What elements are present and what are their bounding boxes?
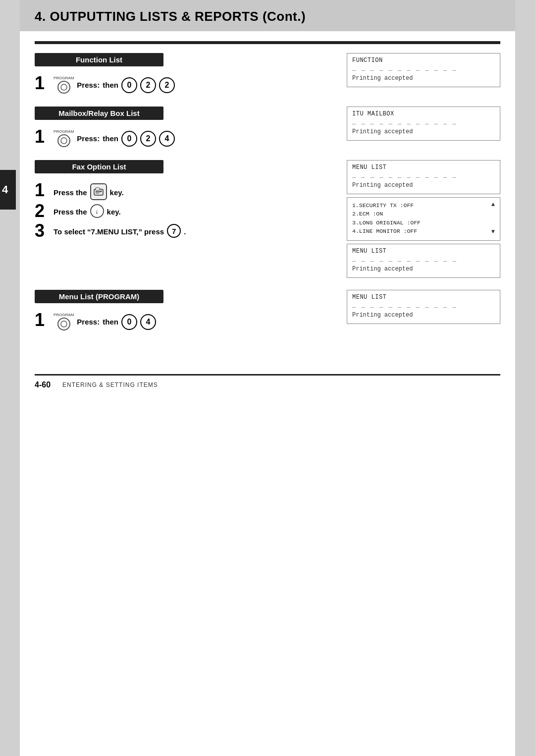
svg-rect-3 <box>96 188 100 190</box>
step-row-1-function: 1 PROGRAM Press: <box>35 76 337 94</box>
step-inline-3-fax: To select “7.MENU LIST,” press 7 . <box>54 224 337 238</box>
step-row-1-fax: 1 Press the <box>35 183 337 200</box>
program-key-mailbox[interactable] <box>57 134 70 147</box>
section-header-wrap-menu: Menu List (PROGRAM) <box>35 290 337 308</box>
screen-menu: MENU LIST _ _ _ _ _ _ _ _ _ _ _ _ Printi… <box>347 290 500 324</box>
key-0-menu[interactable]: 0 <box>121 314 137 330</box>
press-label-mailbox: Press: <box>77 134 100 143</box>
menu-list-program-header: Menu List (PROGRAM) <box>35 290 163 303</box>
footer-page-number: 4-60 <box>35 380 51 389</box>
step-row-3-fax: 3 To select “7.MENU LIST,” press 7 . <box>35 224 337 240</box>
program-label: PROGRAM <box>54 76 74 80</box>
screen-fax-1: MENU LIST _ _ _ _ _ _ _ _ _ _ _ _ Printi… <box>347 160 500 194</box>
svg-rect-4 <box>96 191 101 192</box>
step-content-1-mailbox: PROGRAM Press: then 0 2 <box>54 130 337 147</box>
screen-msg-mailbox: Printing accepted <box>352 128 495 135</box>
step-content-1-fax: Press the key. <box>54 183 337 200</box>
screen-fax-2: 1.SECURITY TX :OFF 2.ECM :ON 3.LONG ORIG… <box>347 197 500 241</box>
key-4-menu[interactable]: 4 <box>140 314 156 330</box>
down-arrow-key[interactable]: ↓ <box>90 204 104 218</box>
step-text-2-fax: Press the <box>54 208 87 216</box>
period-fax: . <box>184 227 186 236</box>
screen-dashes-fax-3: _ _ _ _ _ _ _ _ _ _ _ _ <box>352 256 495 263</box>
screen-dashes-mailbox: _ _ _ _ _ _ _ _ _ _ _ _ <box>352 118 495 125</box>
program-key-icon-menu <box>60 321 67 327</box>
section-divider <box>35 41 500 44</box>
step-number-1-function: 1 <box>35 74 54 92</box>
key-0-mailbox[interactable]: 0 <box>121 131 137 147</box>
section-mailbox: Mailbox/Relay Box List 1 PROGRAM <box>35 107 500 151</box>
footer: 4-60 ENTERING & SETTING ITEMS <box>35 374 500 394</box>
screen-msg-function: Printing accepted <box>352 75 495 82</box>
key-2-mailbox[interactable]: 2 <box>140 131 156 147</box>
step-inline-1-fax: Press the key. <box>54 183 337 200</box>
step-number-1-menu: 1 <box>35 311 54 329</box>
then-label-menu: then <box>103 318 118 326</box>
key-2b-function[interactable]: 2 <box>159 77 175 93</box>
step-number-2-fax: 2 <box>35 202 54 220</box>
step-content-1-function: PROGRAM Press: then 0 2 <box>54 76 337 94</box>
screen-title-mailbox: ITU MAILBOX <box>352 110 495 117</box>
mailbox-header: Mailbox/Relay Box List <box>35 107 163 120</box>
step-inline-menu: PROGRAM Press: then 0 4 <box>54 313 337 330</box>
footer-text: ENTERING & SETTING ITEMS <box>62 381 158 388</box>
section-right-function: FUNCTION _ _ _ _ _ _ _ _ _ _ _ _ Printin… <box>347 53 500 90</box>
section-right-fax: MENU LIST _ _ _ _ _ _ _ _ _ _ _ _ Printi… <box>347 160 500 281</box>
step-number-1-fax: 1 <box>35 181 54 199</box>
step-suffix-2-fax: key. <box>107 208 121 216</box>
step-inline-2-fax: Press the ↓ key. <box>54 204 337 218</box>
screen-fax-3: MENU LIST _ _ _ _ _ _ _ _ _ _ _ _ Printi… <box>347 244 500 278</box>
screen-function: FUNCTION _ _ _ _ _ _ _ _ _ _ _ _ Printin… <box>347 53 500 87</box>
key-2a-function[interactable]: 2 <box>140 77 156 93</box>
section-function-list: Function List 1 PROGRAM <box>35 53 500 98</box>
section-left-mailbox: Mailbox/Relay Box List 1 PROGRAM <box>35 107 337 151</box>
menu-item-4: 4.LINE MONITOR :OFF <box>352 227 421 235</box>
menu-item-2: 2.ECM :ON <box>352 210 421 218</box>
screen-title-fax-3: MENU LIST <box>352 248 495 255</box>
section-menu-list-program: Menu List (PROGRAM) 1 PROGRAM <box>35 290 500 334</box>
section-fax-option: Fax Option List 1 Press the <box>35 160 500 281</box>
key-4-mailbox[interactable]: 4 <box>159 131 175 147</box>
screen-msg-fax-1: Printing accepted <box>352 182 495 189</box>
step-number-1-mailbox: 1 <box>35 128 54 146</box>
section-right-mailbox: ITU MAILBOX _ _ _ _ _ _ _ _ _ _ _ _ Prin… <box>347 107 500 144</box>
screen-msg-menu: Printing accepted <box>352 312 495 319</box>
then-label-function: then <box>103 81 118 89</box>
step-suffix-1-fax: key. <box>110 188 124 197</box>
program-label-mailbox: PROGRAM <box>54 130 74 134</box>
screen-dashes-fax-1: _ _ _ _ _ _ _ _ _ _ _ _ <box>352 172 495 179</box>
press-label-function: Press: <box>77 81 100 89</box>
step-inline-mailbox: PROGRAM Press: then 0 2 <box>54 130 337 147</box>
program-key[interactable] <box>57 81 70 94</box>
step-content-3-fax: To select “7.MENU LIST,” press 7 . <box>54 224 337 238</box>
section-right-menu: MENU LIST _ _ _ _ _ _ _ _ _ _ _ _ Printi… <box>347 290 500 327</box>
fax-key[interactable] <box>90 183 107 200</box>
svg-point-7 <box>61 321 67 327</box>
then-label-mailbox: then <box>103 134 118 143</box>
section-left-fax: Fax Option List 1 Press the <box>35 160 337 244</box>
step-text-1-fax: Press the <box>54 188 87 197</box>
section-header-wrap-function: Function List <box>35 53 337 71</box>
svg-rect-5 <box>96 193 99 194</box>
fax-icon <box>93 186 104 197</box>
program-key-menu[interactable] <box>57 318 70 330</box>
fax-option-header: Fax Option List <box>35 160 163 173</box>
screen-fax-menu-row: 1.SECURITY TX :OFF 2.ECM :ON 3.LONG ORIG… <box>352 201 495 235</box>
section-header-wrap-mailbox: Mailbox/Relay Box List <box>35 107 337 125</box>
svg-point-1 <box>61 138 67 144</box>
function-list-header: Function List <box>35 53 163 66</box>
screen-title-fax-1: MENU LIST <box>352 164 495 171</box>
step-inline-function: PROGRAM Press: then 0 2 <box>54 76 337 94</box>
key-7-fax[interactable]: 7 <box>167 224 181 238</box>
header-bar: 4. OUTPUTTING LISTS & REPORTS (Cont.) <box>20 0 515 31</box>
down-arrow-icon: ↓ <box>95 208 99 215</box>
menu-item-3: 3.LONG ORIGINAL :OFF <box>352 218 421 227</box>
screen-fax-menu-items: 1.SECURITY TX :OFF 2.ECM :ON 3.LONG ORIG… <box>352 201 421 235</box>
press-label-menu: Press: <box>77 318 100 326</box>
program-key-icon <box>60 84 67 91</box>
menu-item-1: 1.SECURITY TX :OFF <box>352 201 421 210</box>
screen-msg-fax-3: Printing accepted <box>352 266 495 272</box>
step-content-1-menu: PROGRAM Press: then 0 4 <box>54 313 337 330</box>
key-0-function[interactable]: 0 <box>121 77 137 93</box>
section-left-function: Function List 1 PROGRAM <box>35 53 337 98</box>
